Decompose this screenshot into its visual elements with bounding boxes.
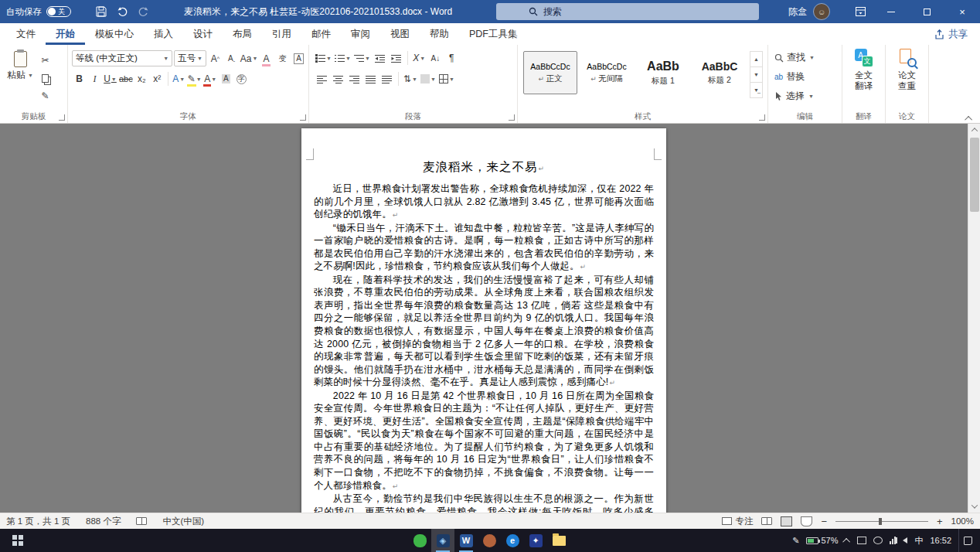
zoom-slider-thumb[interactable] xyxy=(879,518,882,525)
cut-button[interactable]: ✂ xyxy=(38,53,53,68)
subscript-button[interactable]: x₂ xyxy=(134,71,149,87)
minimize-button[interactable] xyxy=(873,0,909,23)
tab-template-center[interactable]: 模板中心 xyxy=(85,23,144,45)
strikethrough-button[interactable]: abc xyxy=(118,71,134,87)
paste-button[interactable]: 粘贴▼ xyxy=(2,48,38,111)
tab-design[interactable]: 设计 xyxy=(183,23,223,45)
zoom-in-button[interactable]: + xyxy=(937,516,943,527)
document-heading[interactable]: 麦浪稻米，来之不易 xyxy=(314,159,654,175)
print-layout-button[interactable] xyxy=(781,516,792,526)
scroll-up-button[interactable] xyxy=(968,124,980,136)
tab-layout[interactable]: 布局 xyxy=(223,23,262,45)
avatar[interactable]: ☺ xyxy=(813,3,830,20)
scrollbar-thumb[interactable] xyxy=(970,138,979,212)
share-button[interactable]: 共享 xyxy=(934,23,968,45)
show-formatting-marks-button[interactable]: ¶ xyxy=(444,50,459,66)
taskbar-app-active[interactable]: ◈ xyxy=(431,529,454,552)
justify-button[interactable] xyxy=(363,71,378,87)
increase-indent-button[interactable] xyxy=(389,50,403,66)
taskbar-app-music[interactable] xyxy=(478,529,501,552)
collapse-ribbon-button[interactable] xyxy=(967,113,974,120)
taskbar-app-word[interactable]: W xyxy=(454,529,478,552)
superscript-button[interactable]: x² xyxy=(150,71,165,87)
autosave-toggle[interactable]: 自动保存 关 xyxy=(6,0,71,23)
shading-button[interactable]: ▼ xyxy=(420,71,437,87)
font-size-select[interactable]: 五号▼ xyxy=(174,50,206,66)
tab-insert[interactable]: 插入 xyxy=(144,23,183,45)
line-spacing-button[interactable]: ⇅▼ xyxy=(403,71,418,87)
sort-button[interactable]: A↓ xyxy=(428,50,443,66)
styles-dialog-launcher[interactable] xyxy=(759,114,765,121)
styles-gallery-more-button[interactable]: ▼̲ xyxy=(750,83,762,97)
vertical-scrollbar[interactable] xyxy=(968,124,980,513)
clipboard-dialog-launcher[interactable] xyxy=(59,114,65,121)
undo-button[interactable] xyxy=(113,0,133,23)
paragraph[interactable]: 现在，随着科学技术的发达，我们的生活慢慢富裕了起来，可有些人却铺张浪费，不尊重农… xyxy=(314,274,654,390)
tab-pdf-tools[interactable]: PDF工具集 xyxy=(459,23,528,45)
enclose-characters-button[interactable]: 字 xyxy=(234,71,249,87)
character-shading-button[interactable]: A xyxy=(219,71,233,87)
numbering-button[interactable]: ▼ xyxy=(334,50,352,66)
tab-references[interactable]: 引用 xyxy=(262,23,301,45)
taskbar-app-tool[interactable]: ✦ xyxy=(524,529,547,552)
zoom-percent[interactable]: 100% xyxy=(951,516,974,526)
paragraph[interactable]: “锄禾日当午，汗滴禾下土。谁知盘中餐，粒粒皆辛苦。”这是诗人李绅写的一首家喻户晓… xyxy=(314,222,654,274)
redo-button[interactable] xyxy=(133,0,153,23)
windows-ink-icon[interactable]: ✎ xyxy=(792,536,799,546)
autosave-switch[interactable]: 关 xyxy=(46,6,71,17)
font-name-select[interactable]: 等线 (中文正文)▼ xyxy=(72,50,172,66)
scroll-down-button[interactable] xyxy=(968,500,980,513)
align-left-button[interactable] xyxy=(315,71,329,87)
tab-view[interactable]: 视图 xyxy=(380,23,420,45)
change-case-button[interactable]: Aa▼ xyxy=(240,51,257,66)
style-heading-1[interactable]: AaBb 标题 1 xyxy=(636,51,690,94)
asian-layout-button[interactable]: X▼ xyxy=(412,50,427,66)
italic-button[interactable]: I xyxy=(87,71,102,87)
distribute-button[interactable] xyxy=(379,71,394,87)
styles-scroll-down-button[interactable]: ▼ xyxy=(750,67,762,83)
page-indicator[interactable]: 第 1 页，共 1 页 xyxy=(6,516,70,527)
volume-icon[interactable] xyxy=(903,537,907,543)
tab-mailings[interactable]: 邮件 xyxy=(301,23,341,45)
focus-mode-button[interactable]: 专注 xyxy=(722,516,753,527)
zoom-out-button[interactable]: − xyxy=(821,516,827,527)
taskbar-app-chat[interactable] xyxy=(408,529,431,552)
ribbon-display-options-button[interactable] xyxy=(849,0,872,23)
style-heading-2[interactable]: AaBbC 标题 2 xyxy=(692,51,747,94)
phonetic-guide-button[interactable]: 变 xyxy=(275,51,290,66)
action-center-button[interactable] xyxy=(958,529,977,552)
paragraph[interactable]: 近日，世界粮食计划署发出警告称，全球粮食危机持续加深，仅在 2022 年的前几个… xyxy=(314,182,654,222)
tab-home[interactable]: 开始 xyxy=(46,23,85,45)
find-button[interactable]: 查找▼ xyxy=(774,48,839,67)
decrease-indent-button[interactable] xyxy=(373,50,387,66)
select-button[interactable]: 选择▼ xyxy=(774,87,839,106)
style-no-spacing[interactable]: AaBbCcDc 无间隔 xyxy=(580,51,634,94)
shrink-font-button[interactable]: Aˬ xyxy=(224,51,239,66)
style-normal[interactable]: AaBbCcDc 正文 xyxy=(523,51,577,94)
borders-button[interactable]: ▼ xyxy=(438,71,455,87)
underline-button[interactable]: U▼ xyxy=(103,71,117,87)
cloud-tray-icon[interactable] xyxy=(873,537,883,544)
save-button[interactable] xyxy=(91,0,111,23)
paragraph[interactable]: 2022 年 10 月 16 日是第 42 个世界粮食日，10 月 16 日所在… xyxy=(314,390,654,492)
text-effects-button[interactable]: A▼ xyxy=(172,71,186,87)
clock[interactable]: 16:52 xyxy=(930,536,951,545)
character-border-button[interactable]: A xyxy=(291,51,306,66)
tab-help[interactable]: 帮助 xyxy=(420,23,459,45)
bullets-button[interactable]: ▼ xyxy=(315,50,332,66)
format-painter-button[interactable]: ✎ xyxy=(38,88,53,104)
search-input[interactable]: 搜索 xyxy=(496,3,759,20)
full-text-translate-button[interactable]: A文 全文翻译 xyxy=(854,49,874,91)
read-mode-button[interactable] xyxy=(761,517,772,525)
paragraph-dialog-launcher[interactable] xyxy=(509,114,515,121)
taskbar-app-browser[interactable]: e xyxy=(501,529,524,552)
zoom-slider[interactable] xyxy=(835,521,928,522)
styles-scroll-up-button[interactable]: ▲ xyxy=(750,52,762,67)
proofing-status-icon[interactable] xyxy=(136,517,147,525)
maximize-restore-button[interactable] xyxy=(909,0,944,23)
align-center-button[interactable] xyxy=(331,71,345,87)
clear-formatting-button[interactable]: A xyxy=(259,51,274,66)
close-button[interactable]: × xyxy=(944,0,980,23)
highlight-color-button[interactable]: ✎▼ xyxy=(187,71,202,87)
tray-expand-button[interactable] xyxy=(845,536,850,545)
